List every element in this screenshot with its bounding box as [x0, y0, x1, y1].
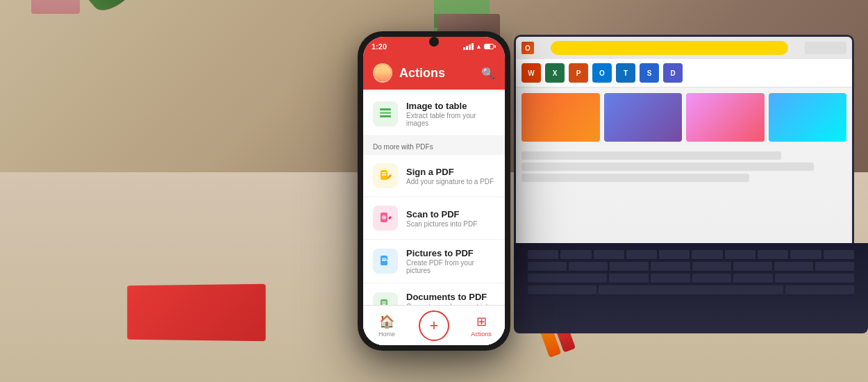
table-icon-svg — [378, 107, 392, 121]
card-3 — [686, 93, 765, 142]
doc-row-3 — [521, 174, 749, 182]
actions-label: Actions — [471, 331, 492, 338]
laptop: O W X P O — [507, 21, 868, 354]
app-icons-row: W X P O T S — [516, 59, 852, 88]
teams-icon: T — [616, 63, 635, 83]
laptop-keyboard — [514, 243, 868, 333]
search-icon[interactable]: 🔍 — [481, 67, 495, 80]
key — [594, 250, 624, 260]
nav-item-actions[interactable]: ⊞ Actions — [458, 314, 505, 338]
action-title-sign-pdf: Sign a PDF — [406, 167, 495, 177]
key — [626, 250, 657, 260]
add-button[interactable]: + — [419, 310, 449, 341]
signal-icon — [463, 43, 474, 50]
home-label: Home — [378, 331, 395, 338]
phone-screen: 1:20 ▲ — [363, 37, 505, 345]
onedrive-icon: D — [663, 63, 683, 83]
status-time: 1:20 — [372, 42, 387, 51]
office-nav — [805, 42, 846, 54]
cards-area — [516, 88, 852, 147]
key-row-1 — [528, 250, 854, 260]
card-4 — [769, 93, 847, 142]
action-title-image-to-table: Image to table — [406, 101, 495, 111]
svg-rect-2 — [380, 115, 391, 117]
doc-row-2 — [521, 163, 814, 171]
key — [528, 250, 558, 260]
svg-rect-4 — [382, 172, 386, 174]
key — [569, 262, 608, 272]
key — [560, 250, 591, 260]
key — [733, 274, 773, 283]
key — [609, 274, 649, 283]
svg-rect-5 — [382, 174, 386, 176]
action-subtitle-image-to-table: Extract table from your images — [406, 112, 495, 127]
excel-icon: X — [545, 63, 565, 83]
key — [733, 262, 772, 272]
plant-pot — [31, 0, 80, 14]
word-icon: W — [521, 63, 541, 83]
laptop-screen: O W X P O — [514, 35, 854, 278]
key — [758, 250, 788, 260]
app-header: Actions 🔍 — [363, 56, 505, 90]
image-to-table-icon — [373, 101, 398, 126]
outlook-icon: O — [592, 63, 612, 83]
leaf-3 — [86, 0, 147, 18]
action-title-scan-pdf: Scan to PDF — [406, 209, 495, 219]
avatar-image — [374, 65, 391, 81]
avatar[interactable] — [373, 63, 392, 83]
key — [659, 250, 690, 260]
key — [725, 250, 756, 260]
pictures-pdf-svg — [378, 254, 392, 268]
svg-rect-11 — [382, 301, 386, 303]
key — [815, 262, 854, 272]
key-space — [599, 285, 783, 295]
action-item-sign-pdf[interactable]: Sign a PDF Add your signature to a PDF — [363, 155, 505, 197]
app-title: Actions — [399, 66, 474, 81]
phone: 1:20 ▲ — [358, 31, 510, 351]
key — [774, 262, 813, 272]
key — [651, 274, 690, 283]
action-text-pictures-pdf: Pictures to PDF Create PDF from your pic… — [406, 248, 495, 274]
nav-item-add[interactable]: + — [410, 310, 458, 341]
key-ctrl — [528, 285, 596, 295]
phone-camera — [429, 37, 439, 47]
document-list — [516, 147, 852, 186]
red-block — [127, 284, 265, 341]
action-item-scan-pdf[interactable]: Scan to PDF Scan pictures into PDF — [363, 197, 505, 240]
action-title-docs-pdf: Documents to PDF — [406, 292, 495, 302]
key-ctrl-r — [785, 285, 854, 295]
laptop-screen-content: O W X P O — [516, 37, 852, 276]
section-label-pdfs: Do more with PDFs — [363, 136, 505, 155]
status-icons: ▲ — [463, 43, 494, 50]
key — [692, 274, 732, 283]
svg-point-7 — [382, 215, 386, 219]
wifi-icon: ▲ — [476, 43, 482, 50]
phone-container: 1:20 ▲ — [358, 31, 510, 351]
action-item-image-to-table[interactable]: Image to table Extract table from your i… — [363, 92, 505, 136]
nav-item-home[interactable]: 🏠 Home — [363, 314, 410, 338]
key — [610, 262, 649, 272]
key — [528, 262, 567, 272]
key — [651, 262, 690, 272]
action-item-pictures-pdf[interactable]: Pictures to PDF Create PDF from your pic… — [363, 240, 505, 283]
card-2 — [604, 93, 683, 142]
action-text-scan-pdf: Scan to PDF Scan pictures into PDF — [406, 209, 495, 228]
sign-pdf-svg — [378, 169, 392, 183]
action-subtitle-pictures-pdf: Create PDF from your pictures — [406, 259, 495, 274]
action-text-sign-pdf: Sign a PDF Add your signature to a PDF — [406, 167, 495, 185]
key — [692, 250, 722, 260]
key — [692, 262, 731, 272]
pictures-pdf-icon — [373, 249, 398, 274]
office-search-bar — [551, 41, 788, 55]
key-row-4 — [528, 285, 854, 295]
add-icon: + — [430, 317, 439, 335]
key — [790, 250, 821, 260]
action-subtitle-scan-pdf: Scan pictures into PDF — [406, 220, 495, 228]
key-shift — [528, 274, 607, 283]
action-title-pictures-pdf: Pictures to PDF — [406, 248, 495, 258]
scan-pdf-icon — [373, 206, 398, 231]
actions-icon: ⊞ — [476, 314, 487, 329]
action-text-image-to-table: Image to table Extract table from your i… — [406, 101, 495, 127]
card-1 — [521, 93, 600, 142]
sign-pdf-icon — [373, 163, 398, 188]
